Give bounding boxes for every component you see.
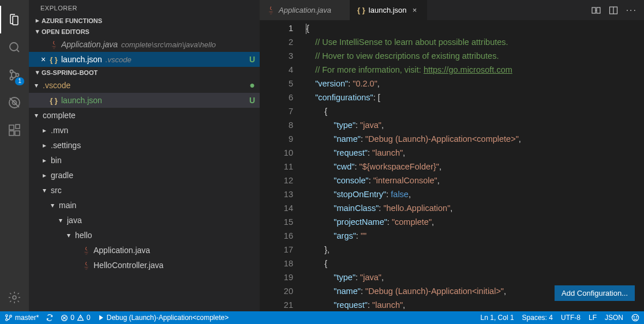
status-debug-config[interactable]: Debug (Launch)-Application<complete> [98,314,229,322]
java-file-icon [267,6,275,14]
status-problems[interactable]: 0 0 [61,314,90,322]
editor-tab[interactable]: { }launch.json× [350,0,427,20]
folder-item[interactable]: ▸bin [29,153,260,168]
folder-item[interactable]: ▸.settings [29,138,260,153]
more-icon[interactable]: ··· [626,5,637,16]
close-icon[interactable]: × [38,55,48,64]
svg-point-15 [6,319,8,321]
section-open-editors[interactable]: ▾ OPEN EDITORS [29,26,260,37]
twisty-icon: ▾ [65,231,73,239]
svg-point-14 [6,315,8,317]
svg-point-20 [636,317,637,317]
status-branch[interactable]: master* [5,314,39,322]
tree-label: launch.json [61,96,102,105]
file-item[interactable]: Application.java [29,243,260,258]
editor-tab[interactable]: Application.java [260,0,350,20]
file-desc: complete\src\main\java\hello [121,40,216,49]
twisty-icon: ▸ [40,156,48,164]
tree-label: HelloController.java [93,261,163,270]
svg-point-0 [10,43,18,51]
twisty-icon: ▾ [48,201,57,209]
tree-label: main [59,201,76,210]
activity-debug[interactable] [0,89,29,116]
activity-search[interactable] [0,33,29,61]
folder-item[interactable]: ▾hello [29,228,260,243]
chevron-right-icon: ▸ [33,17,42,24]
section-azure[interactable]: ▸ AZURE FUNCTIONS [29,15,260,26]
file-label: Application.java [61,40,118,49]
sidebar-title: EXPLORER [29,0,260,15]
svg-point-10 [13,296,16,299]
tab-label: Application.java [279,6,331,14]
compare-icon[interactable] [591,6,601,15]
folder-item[interactable]: ▸.mvn [29,123,260,138]
svg-rect-8 [15,131,20,135]
status-bar: master* 0 0 Debug (Launch)-Application<c… [0,311,644,324]
svg-rect-7 [9,131,14,135]
status-spaces[interactable]: Spaces: 4 [522,314,553,322]
twisty-icon: ▸ [40,171,48,179]
vcs-status: U [249,55,255,64]
status-encoding[interactable]: UTF-8 [561,314,581,322]
tab-bar: Application.java{ }launch.json× ··· [260,0,644,20]
svg-rect-6 [9,125,14,130]
java-file-icon [81,246,91,255]
folder-item[interactable]: ▾src [29,183,260,198]
close-icon[interactable]: × [410,6,420,14]
tree-label: bin [51,156,62,165]
json-file-icon: { } [357,6,365,14]
tree-label: .mvn [51,126,68,135]
java-file-icon [48,40,59,49]
tree-label: java [67,216,82,225]
status-feedback-icon[interactable] [631,314,639,322]
twisty-icon: ▾ [32,111,40,119]
svg-point-16 [10,315,12,318]
folder-item[interactable]: ▾java [29,213,260,228]
status-lang[interactable]: JSON [605,314,623,322]
tree-label: gradle [51,171,73,180]
status-eol[interactable]: LF [589,314,597,322]
activity-bar: 1 [0,0,29,311]
activity-extensions[interactable] [0,116,29,144]
file-item[interactable]: { }launch.jsonU [29,93,260,108]
folder-item[interactable]: ▾.vscode● [29,78,260,93]
file-item[interactable]: HelloController.java [29,258,260,273]
scm-badge: 1 [15,77,24,85]
svg-rect-12 [597,7,600,13]
tab-label: launch.json [369,6,407,14]
add-configuration-button[interactable]: Add Configuration... [555,285,635,301]
java-file-icon [81,261,91,270]
svg-rect-9 [16,125,20,129]
editor-area: Application.java{ }launch.json× ··· 1234… [260,0,644,311]
line-gutter: 123456789101112131415161718192021 [260,20,306,311]
status-lncol[interactable]: Ln 1, Col 1 [481,314,514,322]
open-editor-item[interactable]: ×{ }launch.json.vscodeU [29,52,260,67]
folder-item[interactable]: ▾main [29,198,260,213]
open-editor-item[interactable]: Application.javacomplete\src\main\java\h… [29,37,260,52]
chevron-down-icon: ▾ [33,69,42,76]
status-sync[interactable] [46,314,54,322]
activity-explorer[interactable] [0,6,29,33]
file-label: launch.json [61,55,102,64]
activity-settings[interactable] [0,284,29,311]
tree-label: src [51,186,62,195]
twisty-icon: ▾ [32,81,40,89]
activity-scm[interactable]: 1 [0,61,29,89]
section-project[interactable]: ▾ GS-SPRING-BOOT [29,67,260,78]
split-editor-icon[interactable] [609,6,618,15]
folder-item[interactable]: ▾complete [29,108,260,123]
twisty-icon: ▸ [40,141,48,149]
folder-item[interactable]: ▸gradle [29,168,260,183]
editor-body[interactable]: 123456789101112131415161718192021 { // U… [260,20,644,311]
twisty-icon: ▸ [40,126,48,134]
svg-point-19 [634,317,634,317]
code-content[interactable]: { // Use IntelliSense to learn about pos… [306,20,644,311]
file-desc: .vscode [106,55,132,64]
json-file-icon: { } [48,55,59,64]
vcs-status: U [249,96,255,105]
twisty-icon: ▾ [40,186,48,194]
svg-rect-11 [592,7,596,13]
twisty-icon: ▾ [57,216,65,224]
json-file-icon: { } [48,96,59,105]
tree-label: .vscode [43,81,70,90]
